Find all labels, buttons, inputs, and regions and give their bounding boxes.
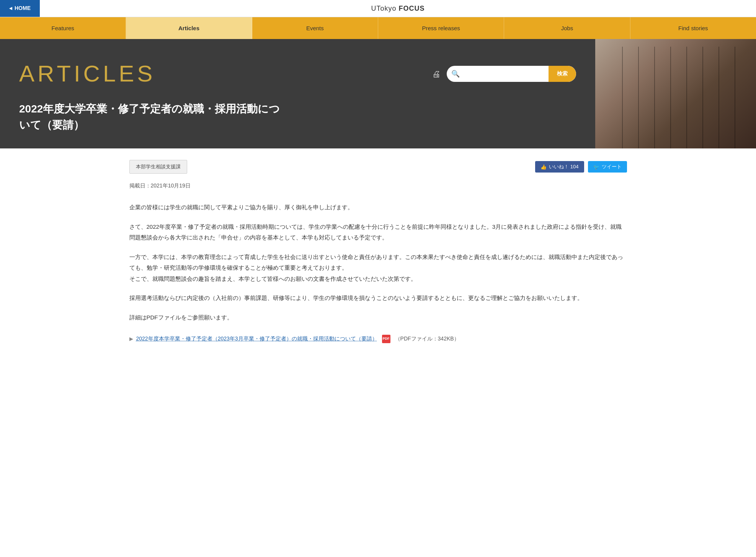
facebook-like-button[interactable]: 👍 いいね！ 104 <box>535 161 584 173</box>
articles-big-title: ARTICLES <box>19 54 155 93</box>
home-button[interactable]: HOME <box>0 0 40 17</box>
twitter-share-button[interactable]: 🐦 ツイート <box>588 161 627 173</box>
nav-articles[interactable]: Articles <box>126 17 252 39</box>
nav-press-releases[interactable]: Press releases <box>378 17 504 39</box>
publication-date: 掲載日：2021年10月19日 <box>129 181 627 191</box>
thumbs-up-icon: 👍 <box>540 164 547 170</box>
body-paragraph-4: 採用選考活動ならびに内定後の（入社前の）事前課題、研修等により、学生の学修環境を… <box>129 293 627 304</box>
site-title-text: UTokyo FOCUS <box>371 3 425 15</box>
main-content: 本部学生相談支援課 👍 いいね！ 104 🐦 ツイート 掲載日：2021年10月… <box>110 148 646 366</box>
header-tools: 🖨 🔍 検索 <box>432 66 576 82</box>
nav-events[interactable]: Events <box>252 17 378 39</box>
nav-jobs[interactable]: Jobs <box>504 17 630 39</box>
nav-features[interactable]: Features <box>0 17 126 39</box>
pdf-link[interactable]: 2022年度本学卒業・修了予定者（2023年3月卒業・修了予定者）の就職・採用活… <box>136 334 377 344</box>
articles-header-left: ARTICLES 🖨 🔍 検索 2022年度大学卒業・修了予定者の就職・採用活動… <box>0 39 595 148</box>
twitter-icon: 🐦 <box>593 164 599 170</box>
top-bar: HOME UTokyo FOCUS <box>0 0 756 17</box>
department-tag: 本部学生相談支援課 <box>129 160 187 174</box>
search-input[interactable] <box>464 71 549 77</box>
search-button[interactable]: 検索 <box>549 66 576 82</box>
body-paragraph-3: 一方で、本学には、本学の教育理念によって育成した学生を社会に送り出すという使命と… <box>129 252 627 285</box>
header-image <box>595 39 756 148</box>
search-icon: 🔍 <box>447 68 464 80</box>
tag-row: 本部学生相談支援課 👍 いいね！ 104 🐦 ツイート <box>129 160 627 174</box>
main-nav: Features Articles Events Press releases … <box>0 17 756 39</box>
articles-title-row: ARTICLES 🖨 🔍 検索 <box>19 54 576 93</box>
body-paragraph-5: 詳細はPDFファイルをご参照願います。 <box>129 312 627 323</box>
body-paragraph-2: さて、2022年度卒業・修了予定者の就職・採用活動時期については、学生の学業への… <box>129 221 627 243</box>
arch-visual-decoration <box>595 39 756 148</box>
pdf-arrow-icon: ▶ <box>129 335 133 343</box>
nav-find-stories[interactable]: Find stories <box>630 17 756 39</box>
print-icon[interactable]: 🖨 <box>432 67 441 81</box>
site-title: UTokyo FOCUS <box>40 0 756 17</box>
pdf-link-row: ▶ 2022年度本学卒業・修了予定者（2023年3月卒業・修了予定者）の就職・採… <box>129 334 627 344</box>
body-paragraph-1: 企業の皆様には学生の就職に関して平素よりご協力を賜り、厚く御礼を申し上げます。 <box>129 202 627 213</box>
pdf-icon: PDF <box>382 335 390 343</box>
social-buttons: 👍 いいね！ 104 🐦 ツイート <box>535 161 627 173</box>
tw-label: ツイート <box>602 163 622 170</box>
pdf-size: （PDFファイル：342KB） <box>395 334 459 344</box>
home-label: HOME <box>15 4 31 13</box>
articles-header: ARTICLES 🖨 🔍 検索 2022年度大学卒業・修了予定者の就職・採用活動… <box>0 39 756 148</box>
search-box: 🔍 検索 <box>447 66 576 82</box>
article-page-title: 2022年度大学卒業・修了予定者の就職・採用活動について（要請） <box>19 101 287 133</box>
